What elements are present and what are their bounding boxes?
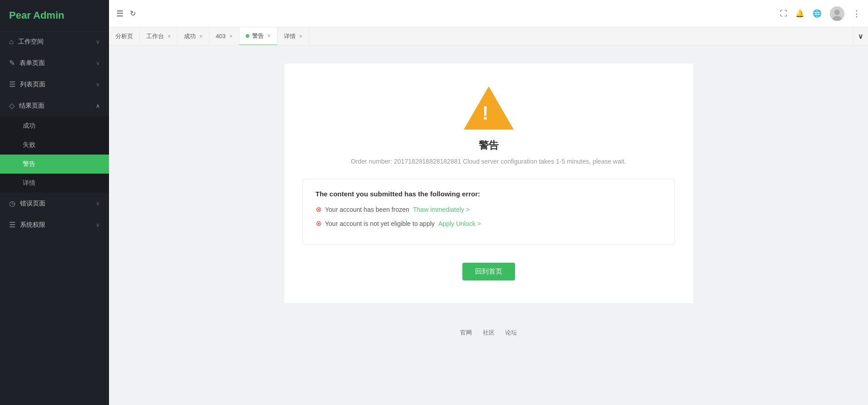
svg-point-1	[834, 10, 840, 15]
workspace-icon: ⌂	[9, 38, 14, 46]
main-area: ☰ ↻ ⛶ 🔔 🌐 ⋮ 分析页 工作台 ×	[109, 0, 868, 405]
top-header: ☰ ↻ ⛶ 🔔 🌐 ⋮	[109, 0, 868, 27]
sidebar-item-permission[interactable]: ☰ 系统权限 ∨	[0, 214, 109, 235]
chevron-down-icon: ∨	[96, 60, 100, 66]
tab-dot-warning	[246, 34, 249, 38]
apply-unlock-link[interactable]: Apply Unlock >	[438, 220, 481, 227]
permission-icon: ☰	[9, 220, 15, 229]
app-title: Pear Admin	[9, 10, 64, 21]
refresh-icon[interactable]: ↻	[130, 9, 136, 18]
sidebar-label-result: 结果页面	[19, 102, 45, 110]
warning-subtitle: Order number: 2017182818828182881 Cloud …	[351, 158, 626, 165]
list-icon: ☰	[9, 80, 15, 89]
sidebar-item-workspace[interactable]: ⌂ 工作空间 ∨	[0, 31, 109, 52]
more-icon[interactable]: ⋮	[853, 9, 861, 19]
sidebar-item-detail[interactable]: 详情	[0, 174, 109, 193]
chevron-down-icon: ∨	[96, 222, 100, 228]
tab-label-success: 成功	[184, 32, 196, 40]
language-icon[interactable]: 🌐	[813, 9, 822, 18]
chevron-down-icon: ∨	[96, 81, 100, 88]
footer-link-official[interactable]: 官网	[460, 329, 472, 336]
tab-detail[interactable]: 详情 ×	[278, 27, 309, 45]
avatar[interactable]	[830, 6, 844, 21]
result-icon: ◇	[9, 101, 15, 110]
tab-warning[interactable]: 警告 ×	[239, 27, 278, 45]
error-icon: ◷	[9, 199, 15, 208]
error-item-1: ⊗ Your account has been frozen Thaw imme…	[316, 205, 662, 214]
tab-close-403[interactable]: ×	[229, 34, 233, 39]
sidebar: Pear Admin ⌂ 工作空间 ∨ ✎ 表单页面 ∨ ☰ 列表页面 ∨	[0, 0, 109, 405]
thaw-link[interactable]: Thaw immediately >	[413, 206, 470, 213]
footer-link-forum[interactable]: 论坛	[505, 329, 517, 336]
page-content: 警告 Order number: 2017182818828182881 Clo…	[109, 45, 868, 405]
error-circle-icon-1: ⊗	[316, 205, 322, 214]
tab-close-workspace[interactable]: ×	[168, 34, 171, 39]
footer-link-community[interactable]: 社区	[483, 329, 495, 336]
tabs-dropdown-button[interactable]: ∨	[853, 27, 868, 45]
notification-icon[interactable]: 🔔	[795, 9, 804, 18]
tab-label-detail: 详情	[284, 32, 296, 40]
error-circle-icon-2: ⊗	[316, 219, 322, 228]
chevron-up-icon: ∧	[96, 103, 100, 109]
tab-403[interactable]: 403 ×	[209, 27, 239, 45]
sidebar-label-permission: 系统权限	[20, 221, 45, 229]
warning-title: 警告	[479, 139, 499, 152]
tab-close-warning[interactable]: ×	[268, 33, 271, 39]
tab-label-analysis: 分析页	[115, 32, 133, 40]
sidebar-label-error: 错误页面	[20, 200, 45, 208]
tabs-bar: 分析页 工作台 × 成功 × 403 × 警告 × 详情 × ∨	[109, 27, 868, 45]
sidebar-item-error[interactable]: ◷ 错误页面 ∨	[0, 193, 109, 214]
chevron-down-icon: ∨	[96, 200, 100, 207]
tab-analysis[interactable]: 分析页	[109, 27, 140, 45]
error-item-2: ⊗ Your account is not yet eligible to ap…	[316, 219, 662, 228]
sidebar-item-list[interactable]: ☰ 列表页面 ∨	[0, 74, 109, 95]
sidebar-label-form: 表单页面	[20, 59, 45, 67]
tab-close-success[interactable]: ×	[199, 34, 203, 39]
sidebar-item-success[interactable]: 成功	[0, 116, 109, 135]
warning-triangle-icon	[464, 86, 514, 130]
result-submenu: 成功 失败 警告 详情	[0, 116, 109, 193]
tab-label-workspace: 工作台	[146, 32, 164, 40]
sidebar-item-result[interactable]: ◇ 结果页面 ∧	[0, 95, 109, 116]
tab-success[interactable]: 成功 ×	[178, 27, 209, 45]
sidebar-label-list: 列表页面	[20, 80, 45, 89]
sidebar-item-warning[interactable]: 警告	[0, 155, 109, 174]
tab-close-detail[interactable]: ×	[299, 34, 303, 39]
tab-workspace[interactable]: 工作台 ×	[140, 27, 178, 45]
error-box-title: The content you submitted has the follow…	[316, 190, 662, 198]
error-box: The content you submitted has the follow…	[303, 179, 675, 245]
page-footer: 官网 社区 论坛	[448, 321, 529, 344]
error-text-1: Your account has been frozen	[325, 206, 410, 213]
form-icon: ✎	[9, 59, 15, 67]
app-logo: Pear Admin	[0, 0, 109, 31]
back-home-button[interactable]: 回到首页	[462, 263, 515, 280]
sidebar-menu: ⌂ 工作空间 ∨ ✎ 表单页面 ∨ ☰ 列表页面 ∨ ◇ 结果页面	[0, 31, 109, 405]
tab-label-403: 403	[216, 33, 226, 40]
chevron-down-icon: ∨	[858, 32, 863, 40]
sidebar-item-fail[interactable]: 失败	[0, 135, 109, 155]
tab-label-warning: 警告	[252, 32, 264, 40]
chevron-down-icon: ∨	[96, 39, 100, 45]
sidebar-item-form[interactable]: ✎ 表单页面 ∨	[0, 52, 109, 74]
warning-page: 警告 Order number: 2017182818828182881 Clo…	[284, 64, 693, 303]
menu-toggle-icon[interactable]: ☰	[116, 9, 124, 19]
sidebar-label-workspace: 工作空间	[18, 38, 44, 46]
error-text-2: Your account is not yet eligible to appl…	[325, 220, 435, 227]
fullscreen-icon[interactable]: ⛶	[780, 10, 787, 18]
